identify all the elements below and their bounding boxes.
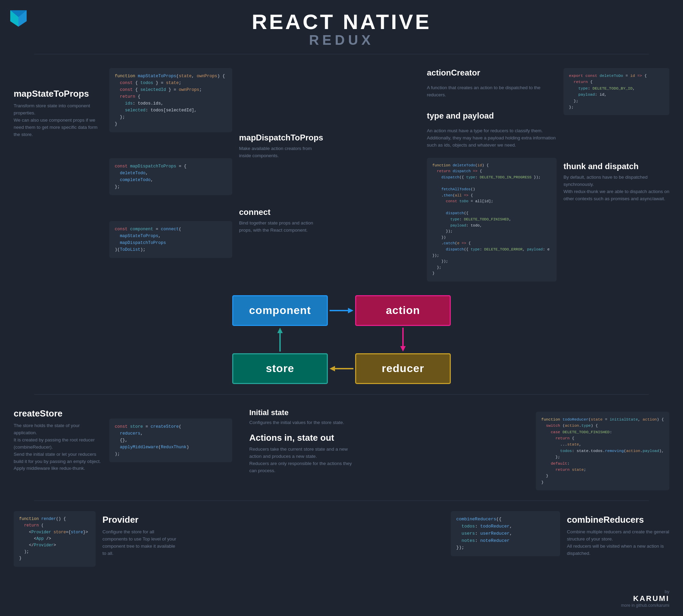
combine-reducers-title: combineReducers: [567, 515, 669, 525]
type-payload-title: type and payload: [427, 111, 557, 121]
box-action: action: [355, 295, 451, 326]
svg-marker-4: [348, 308, 353, 313]
connect-code: const component = connect( mapStateToPro…: [109, 221, 232, 258]
map-state-desc: Transform store state into component pro…: [14, 102, 102, 138]
logo: [8, 8, 29, 29]
type-payload-code: function deleteTodo(id) { return dispatc…: [427, 158, 557, 282]
svg-marker-8: [400, 346, 406, 352]
footer-brand: KARUMI: [621, 594, 669, 603]
map-state-section: mapStateToProps Transform store state in…: [14, 68, 102, 138]
diagram-section: component action: [0, 282, 683, 391]
map-dispatch-code1: const mapDispatchToProps = { deleteTodo,…: [109, 158, 232, 195]
reducer-code: function todoReducer(state = initialStat…: [536, 412, 669, 490]
svg-marker-10: [330, 366, 335, 371]
provider-code: function render() { return ( <Provider s…: [14, 511, 96, 566]
box-store: store: [232, 353, 328, 384]
header: REACT NATIVE REDUX: [0, 0, 683, 54]
combine-reducers-desc: Combine multiple reducers and create the…: [567, 529, 669, 557]
connect-desc: Bind together state props and action pro…: [239, 220, 314, 234]
provider-desc: Configure the store for all components t…: [102, 529, 178, 557]
initial-state-title: Initial state: [249, 408, 359, 417]
provider-title: Provider: [102, 515, 178, 525]
action-creator-title: actionCreator: [427, 68, 557, 78]
page: REACT NATIVE REDUX mapStateToProps Trans…: [0, 0, 683, 616]
thunk-dispatch-title: thunk and dispatch: [563, 162, 669, 171]
initial-state-desc: Configures the initial values for the st…: [249, 419, 359, 426]
map-state-code: function mapStateToProps(state, ownProps…: [109, 68, 232, 132]
create-store-code: const store = createStore( reducers, {},…: [109, 419, 232, 462]
map-state-title: mapStateToProps: [14, 88, 102, 99]
action-creator-desc: A function that creates an action to be …: [427, 84, 557, 99]
create-store-desc: The store holds the state of your applic…: [14, 422, 102, 472]
create-store-title: createStore: [14, 408, 102, 419]
type-payload-desc: An action must have a type for reducers …: [427, 127, 557, 149]
svg-marker-6: [277, 328, 283, 333]
action-creator-code: export const deleteToDo = id => { return…: [563, 68, 669, 115]
thunk-dispatch-desc: By default, actions have to be dispatche…: [563, 174, 669, 203]
actions-state-out-desc: Reducers take the current store state an…: [249, 446, 359, 475]
combine-reducers-code: combineReducers({ todos: todoReducer, us…: [451, 511, 560, 556]
map-dispatch-title: mapDispatchToProps: [239, 133, 314, 142]
connect-title: connect: [239, 207, 314, 217]
footer: by KARUMI more in github.com/karumi: [621, 589, 669, 608]
header-title-sub: REDUX: [0, 32, 683, 48]
map-dispatch-desc: Make available action creators from insi…: [239, 145, 314, 160]
box-reducer: reducer: [355, 353, 451, 384]
header-title-main: REACT NATIVE: [0, 10, 683, 34]
footer-link: more in github.com/karumi: [621, 603, 669, 608]
actions-state-out-title: Actions in, state out: [249, 433, 359, 443]
box-component: component: [232, 295, 328, 326]
